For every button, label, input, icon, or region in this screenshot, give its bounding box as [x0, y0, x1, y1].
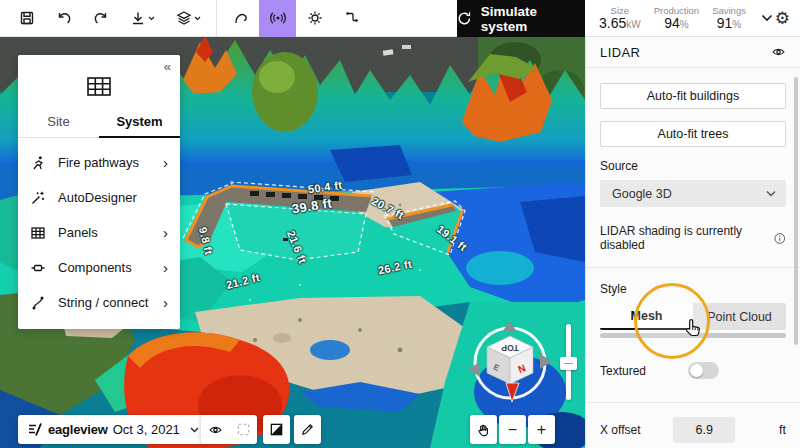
menu-item-autodesigner[interactable]: AutoDesigner: [18, 180, 180, 215]
menu-item-fire-pathways[interactable]: Fire pathways ›: [18, 145, 180, 180]
redo-button[interactable]: [82, 0, 119, 37]
chevron-right-icon: ›: [163, 227, 168, 239]
x-offset-input[interactable]: [673, 417, 735, 443]
chevron-right-icon: ›: [163, 157, 168, 169]
sun-shading-icon: [307, 10, 323, 26]
collapse-panel-button[interactable]: «: [164, 59, 171, 74]
chevron-down-icon: [761, 14, 773, 22]
auto-fit-trees-button[interactable]: Auto-fit trees: [600, 121, 786, 147]
eagleview-logo-icon: [27, 422, 42, 437]
textured-toggle[interactable]: [688, 362, 719, 379]
download-menu-button[interactable]: [119, 0, 165, 37]
download-icon: [130, 10, 146, 26]
shading-disabled-note: LIDAR shading is currently disabled: [600, 224, 768, 252]
toggle-knob: [690, 364, 703, 377]
undo-button[interactable]: [45, 0, 82, 37]
imagery-date-label: Oct 3, 2021: [113, 422, 180, 437]
imagery-source-selector[interactable]: eagleview Oct 3, 2021: [18, 415, 208, 444]
undo-icon: [56, 10, 72, 26]
imagery-toggle-group: [201, 415, 257, 444]
string-path-icon: [344, 10, 360, 26]
layers-icon: [176, 10, 192, 26]
menu-item-panels[interactable]: Panels ›: [18, 215, 180, 250]
curve-tool-button[interactable]: [222, 0, 259, 37]
string-path-button[interactable]: [333, 0, 370, 37]
style-option-point-cloud[interactable]: Point Cloud: [693, 303, 786, 330]
chevron-right-icon: ›: [163, 297, 168, 309]
select-region-button-disabled[interactable]: [229, 415, 257, 444]
active-tab-underline: [99, 136, 180, 138]
eye-icon: [208, 423, 223, 437]
source-selected-value: Google 3D: [612, 187, 672, 201]
x-offset-unit: ft: [768, 423, 786, 437]
info-icon[interactable]: [774, 232, 786, 245]
tab-site[interactable]: Site: [18, 106, 99, 137]
toolbar-divider: [216, 0, 217, 37]
source-label: Source: [600, 159, 786, 173]
style-option-mesh[interactable]: Mesh: [600, 303, 693, 330]
lidar-settings-panel: LIDAR Auto-fit buildings Auto-fit trees …: [585, 37, 800, 448]
panel-grid-header: [18, 55, 180, 106]
chevron-down-icon: [190, 427, 199, 433]
save-button[interactable]: [8, 0, 45, 37]
lidar-scan-icon: [270, 10, 286, 26]
stat-unit: %: [732, 19, 741, 30]
x-offset-label: X offset: [600, 423, 640, 437]
auto-fit-buildings-button[interactable]: Auto-fit buildings: [600, 83, 786, 109]
autodesigner-wand-icon: [30, 190, 47, 206]
lidar-scan-button[interactable]: [259, 0, 296, 37]
simulate-system-label: Simulate system: [481, 4, 585, 34]
app-window: 50.4 ft 39.8 ft 20.7 ft 19.1 ft 21.6 ft …: [0, 0, 800, 448]
pan-hand-icon: [476, 422, 491, 438]
sun-shading-button[interactable]: [296, 0, 333, 37]
components-icon: [30, 260, 47, 276]
curve-tool-icon: [233, 10, 249, 26]
redo-icon: [93, 10, 109, 26]
menu-item-label: Fire pathways: [58, 155, 163, 170]
stat-value: 91: [717, 15, 733, 31]
chevron-down-icon: [194, 16, 201, 21]
stat-unit: kW: [626, 19, 640, 30]
draw-annotate-button[interactable]: [294, 415, 321, 444]
pencil-icon: [300, 422, 315, 437]
section-divider: [586, 267, 800, 268]
menu-item-label: Panels: [58, 225, 163, 240]
hand-cursor-icon: [685, 318, 704, 344]
dashed-select-icon: [236, 422, 251, 437]
menu-item-label: String / connect: [58, 295, 163, 310]
save-icon: [19, 10, 35, 26]
panels-grid-icon: [87, 77, 111, 96]
settings-gear-button[interactable]: ⚙: [775, 10, 790, 27]
tilt-slider-handle[interactable]: [560, 357, 577, 370]
zoom-out-button[interactable]: −: [499, 415, 526, 444]
imagery-visibility-button[interactable]: [201, 415, 229, 444]
stat-unit: %: [680, 19, 689, 30]
minus-icon: −: [508, 422, 517, 438]
orientation-compass-cube[interactable]: TOP E N: [467, 320, 553, 406]
pan-tool-button[interactable]: [470, 415, 497, 444]
style-label: Style: [600, 282, 786, 296]
contrast-toggle-button[interactable]: [263, 415, 290, 444]
fire-pathways-icon: [30, 155, 47, 171]
chevron-down-icon: [766, 190, 776, 197]
chevron-down-icon: [148, 16, 155, 21]
string-connect-icon: [30, 295, 47, 311]
panel-scrollbar[interactable]: [794, 77, 798, 345]
panel-title: LIDAR: [600, 45, 640, 60]
tab-system[interactable]: System: [99, 106, 180, 137]
system-stats-bar: Size 3.65kW Production 94% Savings 91% ⚙: [585, 0, 800, 37]
visibility-eye-icon[interactable]: [771, 45, 786, 59]
zoom-in-button[interactable]: +: [528, 415, 555, 444]
source-dropdown[interactable]: Google 3D: [600, 180, 786, 207]
menu-item-string-connect[interactable]: String / connect ›: [18, 285, 180, 320]
simulate-system-button[interactable]: Simulate system: [457, 0, 585, 37]
menu-item-label: Components: [58, 260, 163, 275]
stat-value: 3.65: [599, 15, 626, 31]
plus-icon: +: [537, 422, 546, 438]
chevron-right-icon: ›: [163, 262, 168, 274]
compass-top-label: TOP: [501, 343, 519, 353]
menu-item-components[interactable]: Components ›: [18, 250, 180, 285]
stats-expand-button[interactable]: [761, 14, 773, 22]
layers-menu-button[interactable]: [165, 0, 211, 37]
section-divider: [586, 402, 800, 403]
